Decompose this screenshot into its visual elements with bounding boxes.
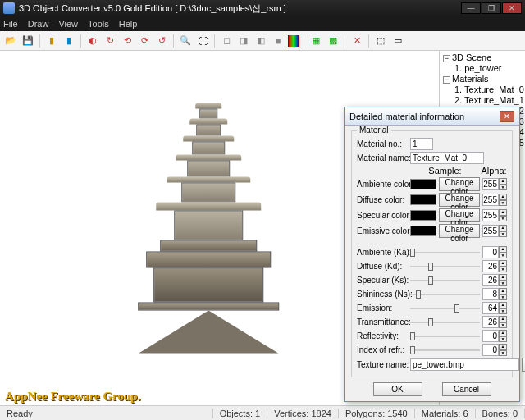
cancel-button[interactable]: Cancel [442, 382, 491, 396]
slider[interactable] [410, 331, 480, 342]
misc-icon[interactable]: ⬚ [373, 34, 388, 48]
open-icon[interactable]: 📂 [3, 34, 18, 48]
tool-icon[interactable]: ⟳ [137, 34, 152, 48]
tool-icon[interactable]: ↻ [103, 34, 117, 48]
dialog-title: Detailed material information [349, 112, 464, 121]
color-swatch [410, 210, 436, 221]
tool-icon[interactable]: ⟲ [120, 34, 135, 48]
slider[interactable] [410, 303, 480, 314]
tree-item[interactable]: 2. Texture_Mat_1 [453, 95, 523, 106]
change-color-button[interactable]: Change color [439, 193, 480, 207]
value-spinner[interactable]: ▲▼ [482, 274, 507, 286]
zoom-icon[interactable]: 🔍 [178, 34, 193, 48]
close-button[interactable]: ✕ [502, 2, 522, 14]
minimize-button[interactable]: — [461, 2, 481, 14]
alpha-spinner[interactable]: ▲▼ [482, 209, 507, 221]
wire-icon[interactable]: ▦ [308, 34, 323, 48]
group-label: Material [357, 126, 391, 135]
statusbar: Ready Objects: 1 Vertices: 1824 Polygons… [0, 405, 525, 420]
alpha-spinner[interactable]: ▲▼ [482, 178, 507, 190]
maximize-button[interactable]: ❐ [482, 2, 501, 14]
value-spinner[interactable]: ▲▼ [482, 288, 507, 300]
shade-icon[interactable]: ◨ [236, 34, 251, 48]
texture-name-input[interactable] [410, 358, 519, 371]
toolbar: 📂 💾 ▮ ▮ ◐ ↻ ⟲ ⟳ ↺ 🔍 ⛶ ◻ ◨ ◧ ■ ▦ ▩ ✕ ⬚ ▭ [0, 31, 525, 51]
menu-view[interactable]: View [58, 19, 78, 29]
menu-file[interactable]: File [3, 19, 18, 29]
model-pagoda [138, 103, 279, 354]
change-color-button[interactable]: Change color [439, 177, 480, 191]
alpha-spinner[interactable]: ▲▼ [482, 225, 507, 237]
watermark: AppNee Freeware Group. [5, 390, 140, 404]
app-icon [3, 2, 15, 14]
slider[interactable] [410, 345, 480, 356]
fit-icon[interactable]: ⛶ [195, 34, 210, 48]
value-spinner[interactable]: ▲▼ [482, 246, 507, 258]
value-spinner[interactable]: ▲▼ [482, 316, 507, 328]
titlebar: 3D Object Converter v5.0 Gold Edition [ … [0, 0, 525, 16]
value-spinner[interactable]: ▲▼ [482, 260, 507, 272]
menubar: File Draw View Tools Help [0, 16, 525, 31]
tool-icon[interactable]: ▮ [62, 34, 76, 48]
menu-tools[interactable]: Tools [88, 19, 109, 29]
tree-item[interactable]: 1. pe_tower [453, 63, 523, 74]
change-color-button[interactable]: Change color [439, 224, 480, 238]
tree-node-materials[interactable]: −Materials [441, 74, 523, 84]
material-dialog: Detailed material information ✕ Material… [344, 107, 520, 402]
shade-icon[interactable]: ◻ [219, 34, 234, 48]
tree-item[interactable]: 1. Texture_Mat_0 [453, 84, 523, 95]
status-materials: Materials: 6 [415, 409, 476, 418]
change-color-button[interactable]: Change color [439, 208, 480, 222]
value-spinner[interactable]: ▲▼ [482, 330, 507, 342]
slider[interactable] [410, 261, 480, 272]
status-ready: Ready [0, 409, 213, 418]
tool-icon[interactable]: ◐ [85, 34, 100, 48]
tool-icon[interactable]: ▮ [44, 34, 59, 48]
axis-icon[interactable]: ✕ [349, 34, 364, 48]
status-bones: Bones: 0 [476, 409, 525, 418]
color-swatch [410, 194, 436, 205]
shade-icon[interactable]: ■ [271, 34, 285, 48]
material-no-input[interactable] [410, 138, 433, 150]
alpha-spinner[interactable]: ▲▼ [482, 194, 507, 206]
menu-draw[interactable]: Draw [28, 19, 49, 29]
save-icon[interactable]: 💾 [21, 34, 35, 48]
dialog-close-button[interactable]: ✕ [500, 111, 514, 122]
slider[interactable] [410, 289, 480, 300]
misc-icon[interactable]: ▭ [390, 34, 405, 48]
ok-button[interactable]: OK [373, 382, 422, 396]
value-spinner[interactable]: ▲▼ [482, 344, 507, 356]
value-spinner[interactable]: ▲▼ [482, 302, 507, 314]
slider[interactable] [410, 247, 480, 258]
material-name-input[interactable] [410, 152, 484, 164]
browse-button[interactable]: Browse [522, 358, 525, 372]
color-icon[interactable] [288, 35, 299, 47]
slider[interactable] [410, 317, 480, 328]
tool-icon[interactable]: ↺ [154, 34, 169, 48]
wire-icon[interactable]: ▩ [326, 34, 340, 48]
shade-icon[interactable]: ◧ [253, 34, 268, 48]
tree-node-scene[interactable]: −3D Scene [441, 52, 523, 63]
color-swatch [410, 226, 436, 236]
window-title: 3D Object Converter v5.0 Gold Edition [ … [19, 2, 461, 15]
status-vertices: Vertices: 1824 [267, 409, 339, 418]
color-swatch [410, 179, 436, 189]
status-polygons: Polygons: 1540 [339, 409, 415, 418]
status-objects: Objects: 1 [213, 409, 268, 418]
slider[interactable] [410, 275, 480, 286]
menu-help[interactable]: Help [119, 19, 138, 29]
